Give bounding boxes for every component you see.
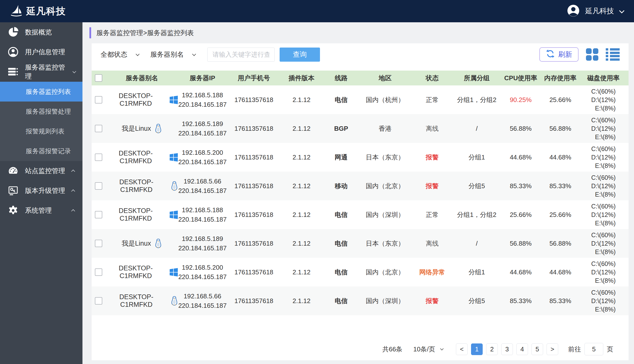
ip-external: 220.184.165.187 bbox=[178, 100, 226, 109]
windows-icon bbox=[169, 153, 178, 162]
status-filter-value: 全都状态 bbox=[100, 50, 127, 59]
cpu-usage: 85.33% bbox=[499, 182, 542, 190]
row-checkbox[interactable] bbox=[95, 96, 102, 104]
ip-internal: 192.168.5.66 bbox=[184, 292, 222, 301]
sidebar: 数据概览 用户信息管理 bbox=[0, 22, 82, 364]
memory-usage: 56.88% bbox=[542, 240, 578, 247]
status-badge: 离线 bbox=[410, 124, 454, 133]
server-name: DESKTOP-C1RMFKD bbox=[106, 207, 166, 222]
linux-icon bbox=[170, 296, 178, 306]
region: 国内（北京） bbox=[360, 268, 410, 276]
page-button-1[interactable]: 1 bbox=[471, 344, 483, 355]
row-checkbox[interactable] bbox=[95, 297, 102, 304]
sidebar-item-site-monitor[interactable]: 站点监控管理 bbox=[0, 161, 82, 181]
sidebar-item-system-manage[interactable]: 系统管理 bbox=[0, 200, 82, 220]
submenu-item-alarm-records[interactable]: 服务器报警记录 bbox=[0, 141, 82, 161]
status-badge: 报警 bbox=[410, 297, 454, 305]
gear-icon bbox=[8, 205, 18, 216]
cpu-usage: 90.25% bbox=[499, 96, 542, 104]
col-server-alias: 服务器别名 bbox=[106, 74, 178, 82]
region: 国内（杭州） bbox=[360, 96, 410, 104]
submenu-item-alarm-rules[interactable]: 报警规则列表 bbox=[0, 121, 82, 141]
ip-external: 220.184.165.187 bbox=[178, 272, 226, 282]
user-menu[interactable]: 延凡科技 bbox=[567, 4, 623, 18]
submenu-item-monitor-list[interactable]: 服务器监控列表 bbox=[0, 82, 82, 102]
page-button-2[interactable]: 2 bbox=[486, 344, 498, 355]
sidebar-item-label: 数据概览 bbox=[25, 28, 52, 37]
memory-usage: 56.88% bbox=[542, 125, 578, 132]
line-type: 移动 bbox=[322, 182, 360, 190]
status-badge: 网络异常 bbox=[410, 268, 454, 276]
row-checkbox[interactable] bbox=[95, 154, 102, 161]
status-filter-dropdown[interactable]: 全都状态 bbox=[100, 50, 138, 59]
plugin-version: 2.1.12 bbox=[281, 240, 322, 247]
memory-usage: 25.66% bbox=[542, 211, 578, 219]
server-name: 我是Linux bbox=[122, 124, 151, 133]
submenu-label: 服务器报警处理 bbox=[26, 107, 71, 116]
page-button-4[interactable]: 4 bbox=[516, 344, 528, 355]
disk-d: D:\(12%) bbox=[591, 297, 616, 305]
disk-usage: C:\(60%) D:\(12%) E:\(8%) bbox=[578, 288, 628, 314]
disk-c: C:\(60%) bbox=[591, 173, 616, 182]
row-checkbox[interactable] bbox=[95, 268, 102, 276]
row-checkbox[interactable] bbox=[95, 125, 102, 132]
memory-usage: 25.66% bbox=[542, 96, 578, 104]
user-phone: 17611357618 bbox=[226, 211, 281, 219]
col-disk: 磁盘使用率 bbox=[578, 74, 628, 82]
refresh-button[interactable]: 刷新 bbox=[540, 47, 578, 62]
page-size-dropdown[interactable]: 10条/页 bbox=[413, 345, 442, 354]
disk-d: D:\(12%) bbox=[591, 210, 616, 219]
sidebar-item-data-overview[interactable]: 数据概览 bbox=[0, 22, 82, 42]
submenu-item-alarm-handle[interactable]: 服务器报警处理 bbox=[0, 102, 82, 121]
line-type: 电信 bbox=[322, 268, 360, 276]
sidebar-item-version-upgrade[interactable]: 版本升级管理 bbox=[0, 181, 82, 200]
page-button-3[interactable]: 3 bbox=[501, 344, 513, 355]
page-button-5[interactable]: 5 bbox=[532, 344, 543, 355]
disk-c: C:\(60%) bbox=[591, 87, 616, 96]
col-memory: 内存使用率 bbox=[542, 74, 578, 82]
field-filter-dropdown[interactable]: 服务器别名 bbox=[150, 50, 195, 59]
goto-page-input[interactable] bbox=[584, 343, 603, 355]
brand-logo: 延凡科技 bbox=[10, 4, 66, 18]
disk-e: E:\(8%) bbox=[591, 219, 616, 227]
main-content: 服务器监控管理>服务器监控列表 全都状态 服务器别名 查询 bbox=[82, 22, 634, 364]
col-cpu: CPU使用率 bbox=[499, 74, 542, 82]
next-page-button[interactable]: > bbox=[546, 344, 558, 355]
disk-e: E:\(8%) bbox=[591, 276, 616, 285]
disk-e: E:\(8%) bbox=[591, 104, 616, 112]
submenu-label: 服务器监控列表 bbox=[26, 88, 71, 96]
server-ip: 192.168.5.200 220.184.165.187 bbox=[178, 263, 226, 282]
region: 日本（东京） bbox=[360, 153, 410, 162]
list-view-icon[interactable] bbox=[606, 48, 620, 61]
table-row: DESKTOP-C1RMFKD bbox=[92, 86, 628, 114]
row-checkbox[interactable] bbox=[95, 240, 102, 247]
user-icon bbox=[8, 46, 18, 58]
plugin-version: 2.1.12 bbox=[281, 268, 322, 276]
prev-page-button[interactable]: < bbox=[456, 344, 468, 355]
disk-usage: C:\(60%) D:\(12%) E:\(8%) bbox=[578, 260, 628, 285]
chevron-up-icon bbox=[71, 209, 75, 213]
windows-icon bbox=[169, 268, 178, 277]
ip-internal: 192.168.5.189 bbox=[182, 234, 223, 244]
user-phone: 17611357618 bbox=[226, 154, 281, 161]
refresh-icon bbox=[546, 49, 555, 60]
disk-c: C:\(60%) bbox=[591, 116, 616, 124]
server-name: DESKTOP-C1RMFKD bbox=[106, 293, 167, 308]
server-ip: 192.168.5.66 220.184.165.187 bbox=[178, 292, 226, 310]
select-all-checkbox[interactable] bbox=[95, 74, 102, 82]
user-name: 延凡科技 bbox=[585, 6, 614, 16]
ip-internal: 192.168.5.188 bbox=[182, 205, 223, 215]
query-button[interactable]: 查询 bbox=[280, 48, 320, 62]
group: 分组1，分组2 bbox=[454, 96, 499, 104]
row-checkbox[interactable] bbox=[95, 211, 102, 218]
chevron-up-icon bbox=[71, 169, 75, 173]
grid-view-icon[interactable] bbox=[586, 48, 598, 61]
row-checkbox[interactable] bbox=[95, 182, 102, 190]
sidebar-item-label: 版本升级管理 bbox=[25, 186, 65, 195]
plugin-version: 2.1.12 bbox=[281, 125, 322, 132]
search-input[interactable] bbox=[207, 48, 275, 62]
sidebar-item-user-info[interactable]: 用户信息管理 bbox=[0, 42, 82, 62]
disk-c: C:\(60%) bbox=[591, 260, 616, 268]
disk-d: D:\(12%) bbox=[591, 124, 616, 133]
sidebar-item-server-monitor[interactable]: 服务器监控管理 bbox=[0, 62, 82, 82]
